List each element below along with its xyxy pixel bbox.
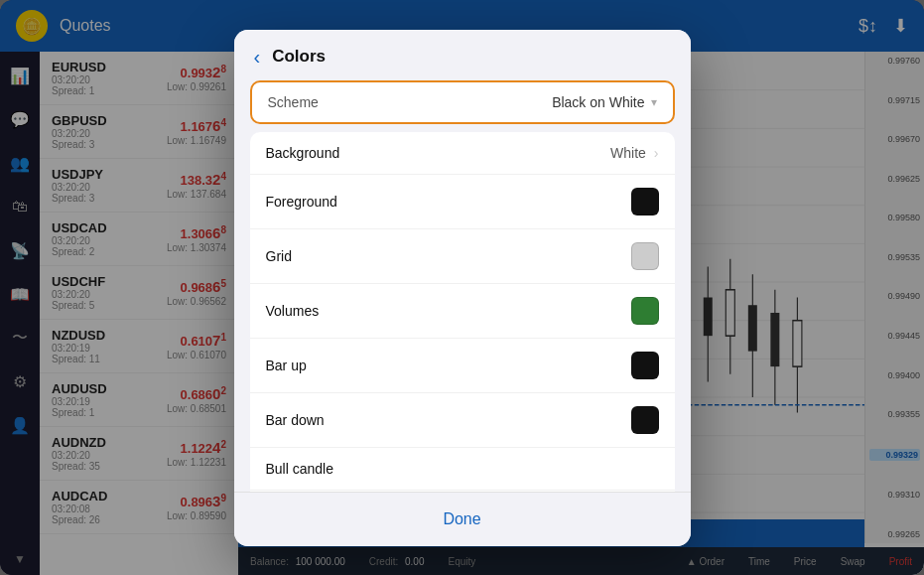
modal-back-button[interactable]: ‹ — [254, 46, 261, 69]
row-value — [631, 297, 659, 325]
foreground-swatch[interactable] — [631, 188, 659, 216]
modal-overlay: ‹ Colors Scheme Black on White ▾ Backgro… — [0, 0, 924, 575]
row-label: Volumes — [266, 303, 320, 319]
scheme-label: Scheme — [268, 94, 319, 110]
chevron-right-icon: › — [654, 145, 659, 161]
chevron-down-icon: ▾ — [651, 95, 657, 109]
row-label: Background — [266, 145, 340, 161]
row-label: Grid — [266, 248, 292, 264]
settings-row-bar-down[interactable]: Bar down — [250, 393, 675, 448]
app-container: 🪙 Quotes $↕ ⬇ 📊 💬 👥 🛍 📡 📖 〜 ⚙ 👤 ▼ — [0, 0, 924, 575]
settings-row-background[interactable]: Background White › — [250, 132, 675, 175]
settings-row-bar-up[interactable]: Bar up — [250, 339, 675, 393]
settings-group: Background White › Foreground — [250, 132, 675, 492]
row-value — [631, 188, 659, 216]
row-label: Foreground — [266, 194, 337, 210]
row-value: White › — [610, 145, 658, 161]
bar-down-swatch[interactable] — [631, 406, 659, 434]
modal-header: ‹ Colors — [234, 30, 691, 76]
row-label: Bull candle — [266, 461, 334, 477]
row-label: Bar down — [266, 412, 325, 428]
modal-footer: Done — [234, 492, 691, 546]
scheme-value: Black on White ▾ — [552, 94, 656, 110]
row-value — [631, 406, 659, 434]
scheme-selector[interactable]: Scheme Black on White ▾ — [250, 80, 675, 124]
volumes-swatch[interactable] — [631, 297, 659, 325]
modal-body: Background White › Foreground — [234, 132, 691, 492]
grid-swatch[interactable] — [631, 242, 659, 270]
modal-title: Colors — [272, 47, 326, 67]
settings-row-bull-candle[interactable]: Bull candle — [250, 448, 675, 491]
settings-row-volumes[interactable]: Volumes — [250, 284, 675, 339]
settings-row-foreground[interactable]: Foreground — [250, 175, 675, 229]
done-button[interactable]: Done — [419, 504, 504, 534]
row-value — [631, 352, 659, 379]
bar-up-swatch[interactable] — [631, 352, 659, 379]
settings-modal: ‹ Colors Scheme Black on White ▾ Backgro… — [234, 30, 691, 546]
row-value — [631, 242, 659, 270]
row-label: Bar up — [266, 358, 307, 373]
settings-row-grid[interactable]: Grid — [250, 229, 675, 284]
